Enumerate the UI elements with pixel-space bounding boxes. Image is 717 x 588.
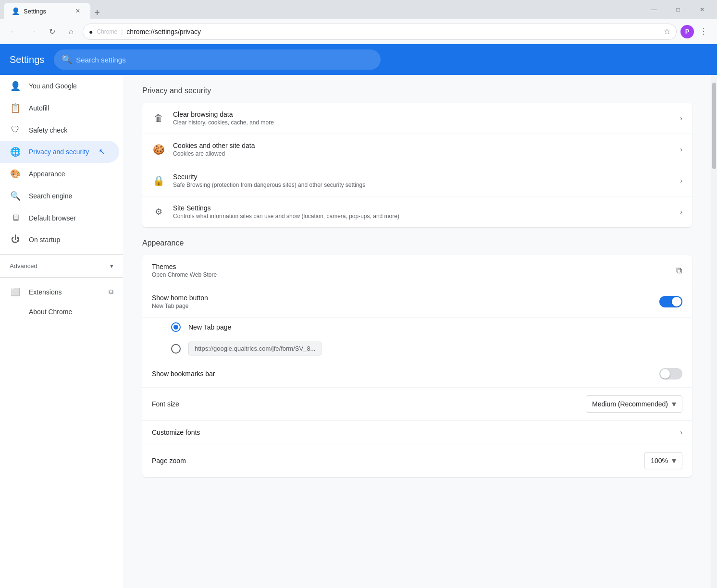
sidebar-item-label: You and Google: [29, 82, 77, 90]
scrollbar-track[interactable]: [711, 75, 717, 588]
new-tab-label: New Tab page: [188, 323, 231, 331]
search-engine-icon: 🔍: [10, 191, 21, 201]
search-container[interactable]: 🔍: [54, 49, 381, 70]
profile-avatar[interactable]: P: [680, 25, 694, 38]
clear-browsing-item[interactable]: 🗑 Clear browsing data Clear history, coo…: [142, 103, 692, 134]
shield-icon: 🛡: [10, 125, 21, 135]
customize-fonts-text: Customize fonts: [152, 429, 672, 436]
arrow-icon: ›: [680, 146, 682, 153]
site-settings-title: Site Settings: [173, 204, 672, 212]
sidebar-item-you-google[interactable]: 👤 You and Google: [0, 75, 119, 97]
url-radio-option[interactable]: https://google.qualtrics.com/jfe/form/SV…: [142, 337, 692, 360]
app-wrapper: Settings 🔍 👤 You and Google 📋 Autofill 🛡: [0, 44, 717, 588]
tab-title: Settings: [24, 8, 69, 15]
external-link-icon: ⧉: [676, 266, 682, 276]
appearance-card: Themes Open Chrome Web Store ⧉ Show home…: [142, 255, 692, 477]
arrow-icon: ›: [680, 208, 682, 216]
url-radio[interactable]: [171, 344, 181, 354]
arrow-icon: ›: [680, 429, 682, 436]
sidebar-item-about-chrome[interactable]: About Chrome: [0, 302, 123, 321]
font-size-item[interactable]: Font size Medium (Recommended) ▾: [142, 388, 692, 421]
privacy-card: 🗑 Clear browsing data Clear history, coo…: [142, 103, 692, 227]
sidebar-item-privacy[interactable]: 🌐 Privacy and security ↖: [0, 141, 119, 163]
scrollbar-thumb[interactable]: [712, 83, 716, 169]
active-tab[interactable]: 👤 Settings ×: [4, 3, 90, 19]
security-item[interactable]: 🔒 Security Safe Browsing (protection fro…: [142, 165, 692, 196]
show-home-toggle[interactable]: [659, 296, 682, 307]
lock-icon: 🔒: [152, 175, 165, 186]
new-tab-radio-option[interactable]: New Tab page: [142, 318, 692, 337]
forward-button[interactable]: →: [25, 24, 40, 39]
globe-icon: 🌐: [10, 147, 21, 157]
new-tab-button[interactable]: +: [90, 6, 104, 19]
window-controls: — □ ✕: [643, 2, 713, 17]
sidebar-item-label: Autofill: [29, 104, 49, 112]
sidebar-item-label: Search engine: [29, 192, 72, 200]
dropdown-arrow-icon: ▾: [672, 455, 676, 466]
sidebar-item-autofill[interactable]: 📋 Autofill: [0, 97, 119, 119]
sliders-icon: ⚙: [152, 207, 165, 217]
person-icon: 👤: [10, 81, 21, 91]
close-button[interactable]: ✕: [691, 2, 713, 17]
sidebar-item-safety[interactable]: 🛡 Safety check: [0, 119, 119, 141]
advanced-section[interactable]: Advanced ▾: [0, 258, 123, 273]
new-tab-radio[interactable]: [171, 322, 181, 332]
themes-item[interactable]: Themes Open Chrome Web Store ⧉: [142, 255, 692, 286]
appearance-section-title: Appearance: [142, 239, 692, 247]
bookmarks-item[interactable]: Show bookmarks bar: [142, 360, 692, 388]
customize-fonts-item[interactable]: Customize fonts ›: [142, 421, 692, 444]
page-zoom-title: Page zoom: [152, 457, 637, 465]
bookmarks-toggle[interactable]: [659, 368, 682, 380]
cookie-icon: 🍪: [152, 144, 165, 155]
url-radio-label: https://google.qualtrics.com/jfe/form/SV…: [188, 342, 321, 355]
site-settings-item[interactable]: ⚙ Site Settings Controls what informatio…: [142, 196, 692, 227]
page-zoom-dropdown[interactable]: 100% ▾: [644, 452, 682, 469]
back-button[interactable]: ←: [6, 24, 21, 39]
sidebar-item-appearance[interactable]: 🎨 Appearance: [0, 163, 119, 185]
security-title: Security: [173, 173, 672, 181]
page-zoom-item[interactable]: Page zoom 100% ▾: [142, 444, 692, 477]
sidebar-item-search-engine[interactable]: 🔍 Search engine: [0, 185, 119, 207]
sidebar-item-on-startup[interactable]: ⏻ On startup: [0, 229, 119, 250]
menu-button[interactable]: ⋮: [696, 24, 711, 39]
url-separator: Chrome: [97, 28, 117, 35]
extensions-label: Extensions: [29, 288, 62, 296]
cookies-text: Cookies and other site data Cookies are …: [173, 142, 672, 157]
url-bar[interactable]: ● Chrome | chrome://settings/privacy ☆: [83, 24, 677, 40]
settings-title: Settings: [10, 54, 44, 65]
bookmark-star-icon[interactable]: ☆: [664, 27, 670, 36]
clear-browsing-text: Clear browsing data Clear history, cooki…: [173, 110, 672, 126]
browser-icon: 🖥: [10, 213, 21, 223]
minimize-button[interactable]: —: [643, 2, 665, 17]
sidebar-item-label: Default browser: [29, 214, 76, 222]
nav-divider-2: [0, 277, 123, 278]
sidebar-item-default-browser[interactable]: 🖥 Default browser: [0, 207, 119, 229]
show-home-item[interactable]: Show home button New Tab page: [142, 286, 692, 318]
settings-content: Privacy and security 🗑 Clear browsing da…: [123, 75, 711, 588]
content-area: 👤 You and Google 📋 Autofill 🛡 Safety che…: [0, 75, 717, 588]
cursor-icon: ↖: [99, 147, 106, 157]
font-size-dropdown[interactable]: Medium (Recommended) ▾: [586, 395, 682, 413]
bookmarks-text: Show bookmarks bar: [152, 370, 652, 378]
trash-icon: 🗑: [152, 113, 165, 124]
appearance-icon: 🎨: [10, 169, 21, 179]
themes-desc: Open Chrome Web Store: [152, 271, 668, 278]
maximize-button[interactable]: □: [667, 2, 689, 17]
home-button[interactable]: ⌂: [63, 24, 79, 39]
cookies-item[interactable]: 🍪 Cookies and other site data Cookies ar…: [142, 134, 692, 165]
search-input[interactable]: [76, 56, 373, 64]
url-pipe: |: [121, 28, 123, 35]
title-bar: 👤 Settings × + — □ ✕: [0, 0, 717, 19]
arrow-icon: ›: [680, 177, 682, 184]
settings-header: Settings 🔍: [0, 44, 717, 75]
clear-browsing-desc: Clear history, cookies, cache, and more: [173, 119, 672, 126]
tab-close-button[interactable]: ×: [73, 6, 83, 16]
show-home-text: Show home button New Tab page: [152, 294, 652, 309]
url-favicon: ●: [89, 28, 93, 36]
address-bar: ← → ↻ ⌂ ● Chrome | chrome://settings/pri…: [0, 19, 717, 44]
autofill-icon: 📋: [10, 103, 21, 113]
external-link-icon: ⧉: [109, 288, 113, 296]
refresh-button[interactable]: ↻: [44, 24, 60, 39]
sidebar-item-extensions[interactable]: ⬜ Extensions ⧉: [0, 282, 123, 302]
advanced-arrow-icon: ▾: [110, 262, 113, 270]
